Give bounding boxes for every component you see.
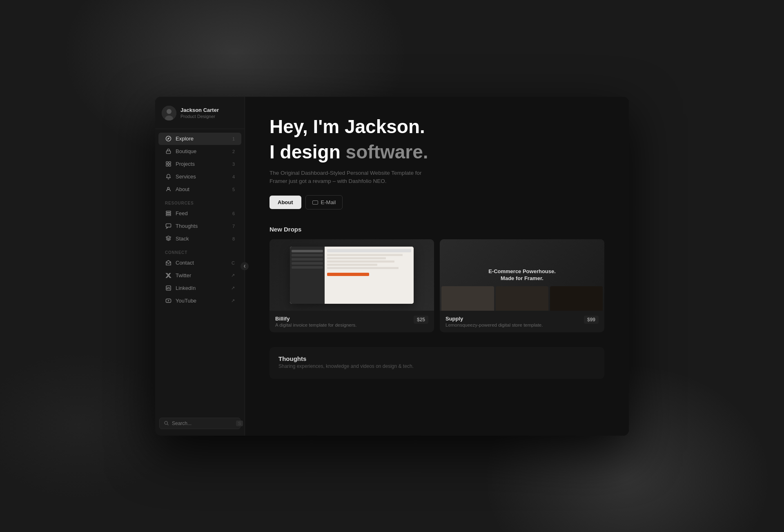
sidebar-item-explore[interactable]: Explore 1 [158,133,241,145]
sidebar-label-stack: Stack [176,236,189,242]
supply-thumb-3 [550,286,603,311]
sidebar-item-youtube[interactable]: YouTube ↗ [158,295,241,307]
grid-icon [165,161,172,167]
collapse-sidebar-button[interactable] [241,262,249,270]
app-window: Jackson Carter Product Designer Explore … [155,97,629,436]
stack-icon [165,236,172,242]
about-button[interactable]: About [270,196,301,209]
bag-icon [165,148,172,155]
thoughts-section[interactable]: Thoughts Sharing experiences, knowledge … [270,347,604,379]
sidebar-label-contact: Contact [176,260,194,266]
sidebar-badge-feed: 6 [228,211,235,216]
hero-tagline-normal: I design [270,141,346,162]
feed-icon [165,210,172,217]
hero-greeting: Hey, I'm Jackson. [270,116,604,137]
sidebar-item-twitter[interactable]: Twitter ↗ [158,269,241,282]
sidebar-item-services[interactable]: Services 4 [158,171,241,183]
sidebar-badge-projects: 3 [228,162,235,167]
search-input[interactable] [172,421,233,426]
profile-role: Product Designer [180,114,219,119]
svg-rect-7 [169,162,171,164]
sidebar-badge-boutique: 2 [228,149,235,154]
contact-icon [165,260,172,266]
supply-desc: Lemonsqueezy-powered digital store templ… [445,323,543,327]
svg-point-3 [166,136,171,141]
svg-rect-13 [166,214,170,216]
sidebar-label-thoughts: Thoughts [176,223,198,229]
sidebar-badge-services: 4 [228,174,235,179]
thoughts-subtitle: Sharing experiences, knowledge and video… [278,363,595,369]
sidebar-badge-about: 5 [228,187,235,192]
supply-overlay-title: E-Commerce Powerhouse.Made for Framer. [488,268,556,282]
billify-desc: A digital invoice template for designers… [275,323,356,327]
main-content: Hey, I'm Jackson. I design software. The… [245,97,629,436]
hero-actions: About E-Mail [270,195,604,209]
sidebar-profile[interactable]: Jackson Carter Product Designer [155,97,245,129]
supply-name: Supply [445,316,543,322]
svg-rect-9 [169,164,171,166]
drop-card-supply[interactable]: E-Commerce Powerhouse.Made for Framer. S… [440,239,604,332]
billify-name: Billify [275,316,356,322]
sidebar-badge-contact: C [228,260,235,265]
sidebar-badge-youtube: ↗ [228,298,235,303]
search-input-wrapper[interactable]: S [159,418,241,429]
sidebar-item-thoughts[interactable]: Thoughts 7 [158,220,241,232]
supply-info: Supply Lemonsqueezy-powered digital stor… [440,311,604,332]
billify-mockup [270,239,434,311]
sidebar-item-about[interactable]: About 5 [158,183,241,196]
email-button[interactable]: E-Mail [305,195,343,209]
sidebar-item-boutique[interactable]: Boutique 2 [158,145,241,158]
twitter-icon [165,272,172,279]
sidebar-badge-stack: 8 [228,236,235,241]
sidebar-item-projects[interactable]: Projects 3 [158,158,241,170]
sidebar-item-feed[interactable]: Feed 6 [158,207,241,220]
sidebar-nav: Explore 1 Boutique 2 Project [155,129,245,414]
thoughts-header: Thoughts Sharing experiences, knowledge … [278,355,595,369]
sidebar-badge-twitter: ↗ [228,273,235,278]
search-icon [164,421,169,426]
supply-thumb-2 [496,286,548,311]
svg-point-1 [167,109,172,114]
drop-card-billify[interactable]: Billify A digital invoice template for d… [270,239,434,332]
sidebar-item-contact[interactable]: Contact C [158,257,241,269]
svg-line-19 [167,424,169,425]
hero-tagline-accent: software. [346,141,428,162]
sidebar-label-about: About [176,186,189,192]
sidebar-search-area: S [155,414,245,436]
profile-name: Jackson Carter [180,107,219,114]
profile-info: Jackson Carter Product Designer [180,107,219,119]
drops-grid: Billify A digital invoice template for d… [270,239,604,332]
billify-image [270,239,434,311]
svg-point-18 [165,421,167,424]
supply-price: $99 [584,316,599,324]
email-button-label: E-Mail [321,199,336,205]
bell-icon [165,174,172,180]
hero-tagline: I design software. [270,142,604,162]
sidebar-badge-explore: 1 [228,136,235,141]
search-shortcut: S [236,421,243,426]
svg-marker-4 [167,138,169,140]
email-icon-small [312,200,318,205]
svg-rect-14 [166,224,171,227]
svg-marker-17 [168,300,169,302]
sidebar-label-projects: Projects [176,161,195,167]
hero-section: Hey, I'm Jackson. I design software. The… [270,116,604,210]
user-icon [165,186,172,193]
thoughts-title: Thoughts [278,355,595,362]
linkedin-icon [165,285,172,292]
sidebar-badge-linkedin: ↗ [228,285,235,291]
billify-price: $25 [414,316,428,324]
billify-screen [290,247,413,304]
sidebar-badge-thoughts: 7 [228,224,235,229]
new-drops-title: New Drops [270,226,604,233]
sidebar-item-stack[interactable]: Stack 8 [158,233,241,245]
sidebar-item-linkedin[interactable]: LinkedIn ↗ [158,282,241,294]
sidebar-label-feed: Feed [176,210,188,216]
sidebar-label-explore: Explore [176,136,194,142]
svg-rect-5 [166,151,170,154]
svg-point-10 [167,187,169,189]
avatar [162,106,176,120]
connect-section-label: CONNECT [158,245,241,256]
supply-image: E-Commerce Powerhouse.Made for Framer. [440,239,604,311]
sidebar-label-twitter: Twitter [176,272,191,278]
